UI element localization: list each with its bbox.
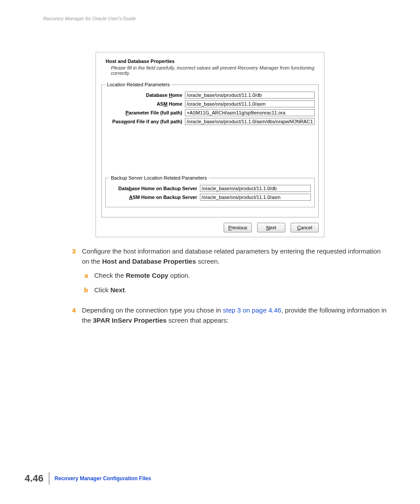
fieldset-backup-server: Backup Server Location Related Parameter… xyxy=(105,175,315,207)
label-db-home-backup: Database Home on Backup Server xyxy=(109,186,197,191)
substep-text: Click Next. xyxy=(94,285,126,295)
substep-text: Check the Remote Copy option. xyxy=(94,271,190,281)
label-parameter-file: Parameter File (full path) xyxy=(105,110,182,115)
cross-reference-link[interactable]: step 3 on page 4.46 xyxy=(223,306,281,314)
dialog-host-database-properties: Host and Database Properties Please fill… xyxy=(96,52,324,237)
step-number: 3 xyxy=(70,246,76,299)
step-4: 4 Depending on the connection type you c… xyxy=(70,305,387,325)
substep-b: b Click Next. xyxy=(82,285,387,295)
row-asm-home-backup: ASM Home on Backup Server xyxy=(109,194,311,201)
input-asm-home[interactable] xyxy=(185,100,315,107)
previous-button[interactable]: Previous xyxy=(224,223,252,232)
running-header: Recovery Manager for Oracle User's Guide xyxy=(43,16,136,21)
dialog-subtitle: Please fill in the field carefully, inco… xyxy=(111,65,319,76)
label-asm-home: ASM Home xyxy=(105,101,182,107)
next-button[interactable]: Next xyxy=(257,223,285,232)
step-number: 4 xyxy=(70,305,76,325)
spacer xyxy=(105,127,315,175)
step-content: Configure the host information and datab… xyxy=(82,246,387,299)
row-asm-home: ASM Home xyxy=(105,100,315,107)
dialog-footer: Previous Next Cancel xyxy=(101,223,319,232)
substep-a: a Check the Remote Copy option. xyxy=(82,271,387,281)
substeps: a Check the Remote Copy option. b Click … xyxy=(82,271,387,295)
label-password-file: Password File if any (full path) xyxy=(105,119,182,124)
input-asm-home-backup[interactable] xyxy=(200,194,311,201)
input-password-file[interactable] xyxy=(185,118,315,125)
page-footer: 4.46 Recovery Manager Configuration File… xyxy=(25,472,151,485)
fieldset-location-parameters: Location Related Parameters Database Hom… xyxy=(101,82,319,217)
step-3: 3 Configure the host information and dat… xyxy=(70,246,387,299)
footer-divider xyxy=(49,472,49,485)
substep-letter: a xyxy=(82,271,88,281)
cancel-button[interactable]: Cancel xyxy=(291,223,319,232)
step-content: Depending on the connection type you cho… xyxy=(82,305,387,325)
label-database-home: Database Home xyxy=(105,92,182,98)
row-database-home: Database Home xyxy=(105,92,315,99)
legend-backup-server: Backup Server Location Related Parameter… xyxy=(109,175,209,180)
row-parameter-file: Parameter File (full path) xyxy=(105,109,315,116)
legend-location: Location Related Parameters xyxy=(105,82,171,87)
footer-section-title: Recovery Manager Configuration Files xyxy=(55,475,151,482)
substep-letter: b xyxy=(82,285,88,295)
page-number: 4.46 xyxy=(25,473,44,484)
row-password-file: Password File if any (full path) xyxy=(105,118,315,125)
row-db-home-backup: Database Home on Backup Server xyxy=(109,185,311,192)
input-database-home[interactable] xyxy=(185,92,315,99)
input-parameter-file[interactable] xyxy=(185,109,315,116)
input-db-home-backup[interactable] xyxy=(200,185,311,192)
dialog-title: Host and Database Properties xyxy=(106,59,319,64)
instruction-text: 3 Configure the host information and dat… xyxy=(70,246,387,331)
label-asm-home-backup: ASM Home on Backup Server xyxy=(109,195,197,200)
